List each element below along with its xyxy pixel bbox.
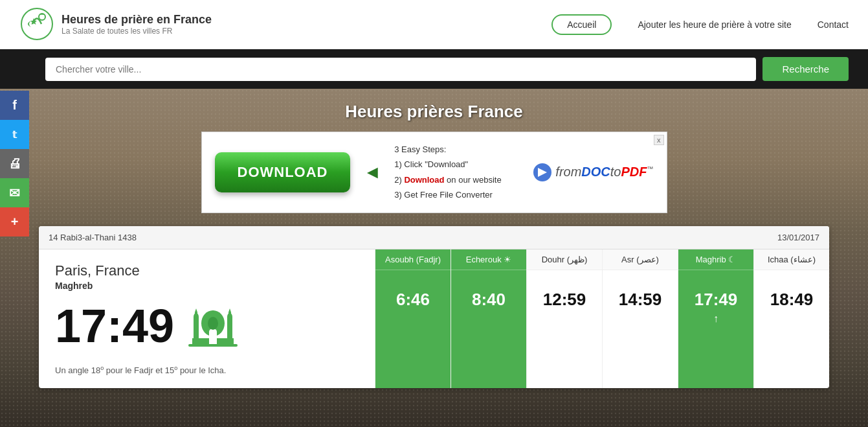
facebook-button[interactable]: f xyxy=(0,91,29,120)
current-prayer-name: Maghreb xyxy=(55,281,362,291)
svg-point-18 xyxy=(208,317,218,330)
ad-banner: x DOWNLOAD ◄ 3 Easy Steps: 1) Click "Dow… xyxy=(201,132,667,213)
city-name: Paris, France xyxy=(55,262,362,279)
nav-accueil-link[interactable]: Accueil xyxy=(551,14,612,35)
header: Heures de prière en France La Salate de … xyxy=(0,0,868,49)
site-subtitle: La Salate de toutes les villes FR xyxy=(61,27,212,36)
svg-marker-10 xyxy=(195,308,197,312)
echerouk-time: 8:40 xyxy=(451,270,526,329)
print-icon: 🖨 xyxy=(8,156,21,171)
svg-rect-9 xyxy=(195,312,197,317)
search-input[interactable] xyxy=(45,58,756,81)
print-button[interactable]: 🖨 xyxy=(0,149,29,178)
prayer-info-panel: Paris, France Maghreb 17:49 xyxy=(39,249,375,388)
content-inner: Heures prières France x DOWNLOAD ◄ 3 Eas… xyxy=(0,89,868,388)
ad-arrow-icon: ◄ xyxy=(363,162,381,183)
asoubh-time: 6:46 xyxy=(375,270,451,329)
social-sidebar: f 𝕥 🖨 ✉ + xyxy=(0,91,29,237)
ad-logo: fromDOCtoPDF™ xyxy=(533,163,653,182)
logo-area: Heures de prière en France La Salate de … xyxy=(19,6,551,42)
ad-download-button[interactable]: DOWNLOAD xyxy=(215,152,351,192)
svg-rect-13 xyxy=(228,312,231,317)
logo-text: Heures de prière en France La Salate de … xyxy=(61,13,212,36)
nav-contact-link[interactable]: Contact xyxy=(818,19,849,30)
page-title: Heures prières France xyxy=(39,89,829,132)
asr-header: Asr (عصر) xyxy=(603,249,678,270)
douhr-time: 12:59 xyxy=(527,270,602,329)
search-bar: Recherche xyxy=(0,49,868,89)
plus-icon: + xyxy=(11,214,19,229)
asoubh-column: Asoubh (Fadjr) 6:46 xyxy=(375,249,451,388)
ad-steps: 3 Easy Steps: 1) Click "Download" 2) Dow… xyxy=(394,142,501,203)
fromdoc-text: fromDOCtoPDF™ xyxy=(555,165,653,179)
prayer-columns: Paris, France Maghreb 17:49 xyxy=(39,249,829,388)
main-nav: Accueil Ajouter les heure de prière à vo… xyxy=(551,14,849,35)
asr-time: 14:59 xyxy=(603,270,678,329)
current-time-display: 17:49 xyxy=(55,303,174,349)
hijri-date: 14 Rabi3-al-Thani 1438 xyxy=(49,233,137,242)
main-content: Heures prières France x DOWNLOAD ◄ 3 Eas… xyxy=(0,89,868,427)
maghrib-time: 17:49 ↑ xyxy=(678,270,753,344)
facebook-icon: f xyxy=(12,98,17,113)
maghrib-column: Maghrib ☾ 17:49 ↑ xyxy=(678,249,754,388)
ichaa-column: Ichaa (عشاء) 18:49 xyxy=(754,249,829,388)
ad-step1: 1) Click "Download" xyxy=(394,157,501,172)
twitter-button[interactable]: 𝕥 xyxy=(0,120,29,149)
asr-column: Asr (عصر) 14:59 xyxy=(603,249,678,388)
email-icon: ✉ xyxy=(9,185,20,201)
angle-note: Un angle 18o pour le Fadjr et 15o pour l… xyxy=(55,365,362,375)
prayer-card-header: 14 Rabi3-al-Thani 1438 13/01/2017 xyxy=(39,226,829,249)
add-button[interactable]: + xyxy=(0,207,29,237)
search-button[interactable]: Recherche xyxy=(762,57,849,81)
ichaa-header: Ichaa (عشاء) xyxy=(754,249,829,270)
time-display: 17:49 xyxy=(55,301,362,355)
download-label: DOWNLOAD xyxy=(238,164,328,181)
ichaa-time: 18:49 xyxy=(754,270,829,329)
svg-marker-14 xyxy=(228,308,231,312)
asoubh-header: Asoubh (Fadjr) xyxy=(375,249,451,270)
douhr-column: Douhr (ظهر) 12:59 xyxy=(527,249,603,388)
nav-ajouter-link[interactable]: Ajouter les heure de prière à votre site xyxy=(638,19,791,30)
ad-step2: 2) Download on our website xyxy=(394,172,501,187)
echerouk-column: Echerouk ☀ 8:40 xyxy=(451,249,527,388)
mosque-icon xyxy=(187,301,239,355)
current-prayer-arrow: ↑ xyxy=(685,313,747,325)
fromdoc-icon xyxy=(533,163,552,182)
site-title: Heures de prière en France xyxy=(61,13,212,27)
svg-point-0 xyxy=(21,8,52,40)
twitter-icon: 𝕥 xyxy=(12,129,17,141)
prayer-times-columns: Asoubh (Fadjr) 6:46 Echerouk ☀ 8:40 xyxy=(375,249,829,388)
maghrib-header: Maghrib ☾ xyxy=(678,249,753,270)
echerouk-header: Echerouk ☀ xyxy=(451,249,526,270)
svg-rect-19 xyxy=(188,344,238,347)
email-button[interactable]: ✉ xyxy=(0,178,29,207)
logo-icon xyxy=(19,6,55,42)
ad-step3: 3) Get Free File Converter xyxy=(394,187,501,202)
ad-step-title: 3 Easy Steps: xyxy=(394,142,501,157)
ad-step2-highlight: Download xyxy=(404,175,444,185)
prayer-card: 14 Rabi3-al-Thani 1438 13/01/2017 Paris,… xyxy=(39,226,829,388)
ad-close-button[interactable]: x xyxy=(654,135,664,145)
gregorian-date: 13/01/2017 xyxy=(777,233,819,242)
douhr-header: Douhr (ظهر) xyxy=(527,249,602,270)
